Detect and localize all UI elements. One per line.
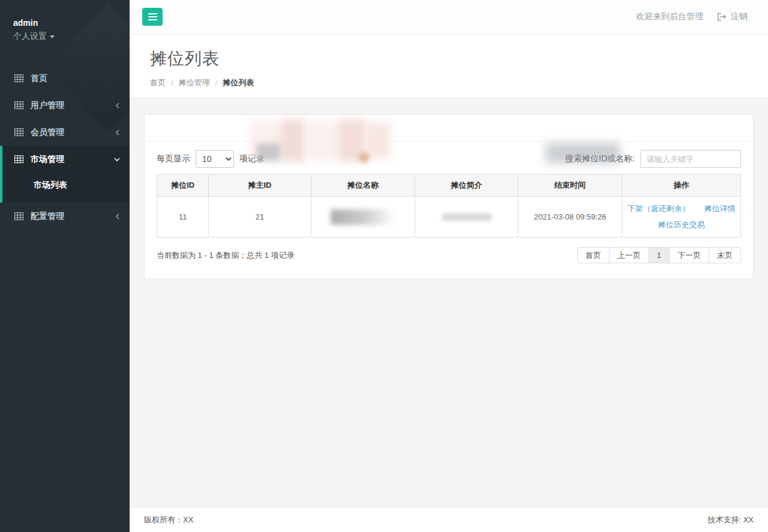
search-input[interactable] (640, 150, 741, 168)
sidebar-item-market: 市场管理 市场列表 (0, 146, 130, 203)
page-footer: 版权所有：XX 技术支持: XX (130, 507, 768, 532)
username: admin (13, 18, 116, 28)
sidebar: admin 个人设置 首页 用户管理 (0, 0, 130, 532)
panel-heading (145, 115, 753, 142)
logout-label: 注销 (731, 11, 748, 22)
sidebar-subitem-market-list: 市场列表 (2, 173, 130, 198)
grid-icon (14, 128, 23, 136)
cell-actions: 下架（返还剩余） 摊位详情 摊位历史交易 (622, 197, 741, 238)
cell-stall-id: 11 (157, 197, 209, 238)
breadcrumb-current: 摊位列表 (223, 77, 254, 88)
caret-down-icon (50, 35, 55, 38)
sidebar-link-config[interactable]: 配置管理 (0, 203, 130, 230)
header-stall-id: 摊位ID (157, 175, 209, 197)
sidebar-link-users[interactable]: 用户管理 (0, 92, 130, 119)
per-page-suffix-label: 项记录 (239, 154, 265, 164)
grid-icon (14, 155, 23, 163)
table-footer: 当前数据为 1 - 1 条数据；总共 1 项记录 首页 上一页 1 下一页 末页 (157, 247, 741, 263)
main-area: 欢迎来到后台管理 注销 摊位列表 首页 / 摊位管理 / 摊位列表 (130, 0, 768, 532)
search-label: 搜索摊位ID或名称: (565, 154, 635, 164)
grid-icon (14, 212, 23, 220)
action-take-down-link[interactable]: 下架（返还剩余） (628, 203, 690, 214)
redacted-stall-name (331, 209, 395, 225)
sidebar-submenu-market: 市场列表 (2, 173, 130, 203)
sidebar-item-members: 会员管理 (0, 119, 130, 146)
content-area: 每页显示 10 项记录 搜索摊位ID或名称: (130, 98, 768, 507)
search-control: 搜索摊位ID或名称: (565, 150, 741, 168)
sidebar-item-label: 会员管理 (31, 127, 64, 138)
sidebar-link-market[interactable]: 市场管理 (2, 146, 130, 173)
cell-stall-desc (415, 197, 518, 238)
pagination-last[interactable]: 末页 (709, 247, 741, 263)
cell-stall-name (311, 197, 415, 238)
table-toolbar: 每页显示 10 项记录 搜索摊位ID或名称: (157, 150, 741, 168)
sidebar-item-label: 用户管理 (31, 100, 64, 111)
header-end-time: 结束时间 (518, 175, 622, 197)
per-page-select[interactable]: 10 (196, 150, 234, 168)
per-page-control: 每页显示 10 项记录 (157, 150, 265, 168)
logout-link[interactable]: 注销 (718, 11, 748, 22)
user-panel: admin 个人设置 (0, 0, 130, 48)
tech-support-text: 技术支持: XX (707, 515, 754, 525)
sidebar-sublink-market-list[interactable]: 市场列表 (2, 173, 130, 198)
pagination-prev[interactable]: 上一页 (609, 247, 649, 263)
action-stall-detail-link[interactable]: 摊位详情 (704, 203, 736, 214)
breadcrumb-separator: / (171, 79, 173, 88)
pagination-first[interactable]: 首页 (577, 247, 610, 263)
sidebar-link-home[interactable]: 首页 (0, 65, 130, 92)
page-title: 摊位列表 (150, 47, 748, 70)
breadcrumb-stall-mgmt[interactable]: 摊位管理 (179, 77, 210, 88)
stall-table: 摊位ID 摊主ID 摊位名称 摊位简介 结束时间 操作 11 2 (157, 174, 741, 238)
sidebar-toggle-button[interactable] (142, 8, 163, 26)
table-row: 11 21 2021-03-08 09:59:26 (157, 197, 741, 238)
app-window: admin 个人设置 首页 用户管理 (0, 0, 768, 532)
welcome-text: 欢迎来到后台管理 (636, 11, 703, 22)
sidebar-item-config: 配置管理 (0, 203, 130, 230)
header-stall-desc: 摊位简介 (415, 175, 518, 197)
chevron-left-icon (115, 103, 120, 109)
stall-list-panel: 每页显示 10 项记录 搜索摊位ID或名称: (144, 114, 754, 279)
breadcrumb: 首页 / 摊位管理 / 摊位列表 (150, 77, 748, 88)
sidebar-item-label: 配置管理 (31, 211, 64, 222)
header-stall-name: 摊位名称 (311, 175, 415, 197)
user-settings-label: 个人设置 (13, 31, 47, 42)
record-summary: 当前数据为 1 - 1 条数据；总共 1 项记录 (157, 250, 295, 261)
table-header-row: 摊位ID 摊主ID 摊位名称 摊位简介 结束时间 操作 (157, 175, 741, 197)
cell-owner-id: 21 (209, 197, 311, 238)
grid-icon (14, 74, 23, 82)
copyright-text: 版权所有：XX (144, 515, 193, 525)
sidebar-item-home: 首页 (0, 65, 130, 92)
navbar-right: 欢迎来到后台管理 注销 (636, 11, 748, 22)
panel-body: 每页显示 10 项记录 搜索摊位ID或名称: (145, 142, 753, 275)
breadcrumb-home[interactable]: 首页 (150, 77, 166, 88)
action-stall-history-link[interactable]: 摊位历史交易 (658, 220, 705, 229)
sidebar-link-members[interactable]: 会员管理 (0, 119, 130, 146)
redacted-stall-desc (442, 214, 491, 221)
sidebar-item-label: 首页 (31, 73, 47, 84)
breadcrumb-separator: / (215, 79, 218, 88)
pagination: 首页 上一页 1 下一页 末页 (577, 247, 741, 263)
pagination-page-1[interactable]: 1 (649, 247, 670, 263)
grid-icon (14, 101, 23, 109)
sidebar-item-users: 用户管理 (0, 92, 130, 119)
header-owner-id: 摊主ID (209, 175, 311, 197)
chevron-left-icon (115, 130, 120, 136)
header-actions: 操作 (622, 175, 741, 197)
sign-out-icon (718, 13, 727, 21)
chevron-down-icon (114, 157, 120, 162)
pagination-next[interactable]: 下一页 (669, 247, 709, 263)
sidebar-item-label: 市场管理 (31, 154, 64, 165)
page-header: 摊位列表 首页 / 摊位管理 / 摊位列表 (130, 34, 768, 98)
chevron-left-icon (115, 214, 120, 220)
hamburger-icon (148, 13, 157, 14)
cell-end-time: 2021-03-08 09:59:26 (518, 197, 622, 238)
top-navbar: 欢迎来到后台管理 注销 (130, 0, 768, 34)
per-page-prefix-label: 每页显示 (157, 154, 190, 164)
user-settings-dropdown[interactable]: 个人设置 (13, 31, 55, 42)
sidebar-nav: 首页 用户管理 会员管 (0, 65, 130, 230)
